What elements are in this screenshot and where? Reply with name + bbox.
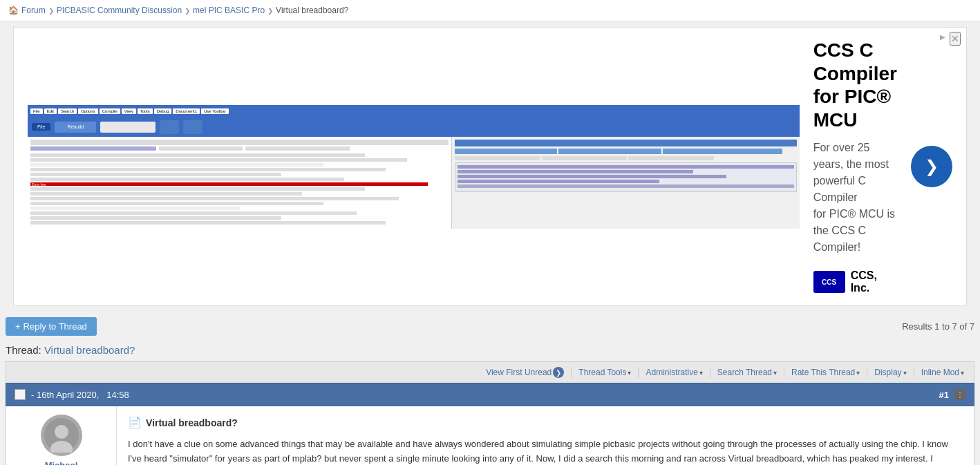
post-header-left: - 16th April 2020, 14:58 xyxy=(15,389,129,400)
ad-tag: ▶ xyxy=(940,33,945,41)
breadcrumb-melpro[interactable]: mel PIC BASIC Pro xyxy=(193,6,265,15)
thread-tools-arrow: ▾ xyxy=(628,369,631,377)
display-button[interactable]: Display ▾ xyxy=(870,366,910,379)
rate-this-thread-button[interactable]: Rate This Thread ▾ xyxy=(787,366,864,379)
administrative-button[interactable]: Administrative ▾ xyxy=(641,366,706,379)
breadcrumb-sep-2: ❯ xyxy=(185,7,190,15)
rate-this-thread-arrow: ▾ xyxy=(856,369,860,377)
rate-this-thread-label: Rate This Thread xyxy=(791,368,855,377)
thread-prefix: Thread: xyxy=(6,344,41,356)
ad-title: CCS C Compiler for PIC® MCU xyxy=(813,39,897,131)
ad-image: FileEditSearchOptionsCompileViewToolsDeb… xyxy=(28,105,800,229)
post-content: 📄 Virtual breadboard? I don't have a clu… xyxy=(117,406,974,465)
post-time-value: 14:58 xyxy=(106,390,129,400)
inline-mod-label: Inline Mod xyxy=(921,368,959,377)
post-date-dash: - xyxy=(31,390,34,400)
breadcrumb-sep-1: ❯ xyxy=(48,7,54,15)
reply-label: Reply to Thread xyxy=(23,321,87,332)
toolbar-separator-3 xyxy=(710,367,710,378)
main-content: + Reply to Thread Results 1 to 7 of 7 Th… xyxy=(0,312,980,465)
display-label: Display xyxy=(874,368,901,377)
post-number: #1 xyxy=(939,390,949,400)
post-checkbox-icon[interactable] xyxy=(15,389,26,400)
post-author-name[interactable]: Michael xyxy=(45,460,78,465)
avatar xyxy=(41,415,82,456)
ad-description: For over 25 years, the most powerful C C… xyxy=(813,140,897,256)
results-count: Results 1 to 7 of 7 xyxy=(902,321,974,332)
search-thread-label: Search Thread xyxy=(717,368,772,377)
toolbar-separator-5 xyxy=(867,367,867,378)
post-paragraph-1: I don't have a clue on some advanced thi… xyxy=(128,437,963,465)
breadcrumb: 🏠 Forum ❯ PICBASIC Community Discussion … xyxy=(0,0,980,21)
svg-point-1 xyxy=(55,425,68,439)
view-first-unread-button[interactable]: View First Unread ❯ xyxy=(482,365,568,380)
administrative-label: Administrative xyxy=(646,368,697,377)
thread-title-link[interactable]: Virtual breadboard? xyxy=(44,344,135,356)
inline-mod-button[interactable]: Inline Mod ▾ xyxy=(917,366,968,379)
reply-to-thread-button[interactable]: + Reply to Thread xyxy=(6,317,97,336)
ad-banner: ▶ ✕ FileEditSearchOptionsCompileViewTool… xyxy=(13,27,967,306)
thread-tools-button[interactable]: Thread Tools ▾ xyxy=(574,366,635,379)
search-thread-arrow: ▾ xyxy=(773,369,777,377)
toolbar-separator-2 xyxy=(638,367,639,378)
post-header: - 16th April 2020, 14:58 #1 ⋮ xyxy=(6,383,974,406)
breadcrumb-current: Virtual breadboard? xyxy=(276,6,348,15)
post-body-text: I don't have a clue on some advanced thi… xyxy=(128,437,963,465)
inline-mod-arrow: ▾ xyxy=(961,369,964,377)
toolbar-bar: View First Unread ❯ Thread Tools ▾ Admin… xyxy=(6,361,974,383)
ad-text-area: CCS C Compiler for PIC® MCU For over 25 … xyxy=(813,39,897,294)
toolbar-separator-1 xyxy=(571,367,572,378)
post-subject-icon: 📄 xyxy=(128,416,142,429)
post-subject: 📄 Virtual breadboard? xyxy=(128,416,963,429)
administrative-arrow: ▾ xyxy=(699,369,703,377)
thread-actions: + Reply to Thread Results 1 to 7 of 7 xyxy=(6,312,974,341)
ad-arrow-button[interactable]: ❯ xyxy=(911,146,952,187)
post-header-right: #1 ⋮ xyxy=(939,389,965,400)
ad-company-name: CCS, Inc. xyxy=(851,269,897,294)
ad-logo: CCS xyxy=(813,271,845,293)
breadcrumb-picbasic[interactable]: PICBASIC Community Discussion xyxy=(57,6,182,15)
toolbar-separator-6 xyxy=(914,367,914,378)
ad-logo-area: CCS CCS, Inc. xyxy=(813,269,897,294)
toolbar-separator-4 xyxy=(784,367,784,378)
post-body: Michael Member Join Date: Jan 2006 Posts… xyxy=(6,406,974,465)
post-date-value: 16th April 2020, xyxy=(37,390,99,400)
post-sidebar: Michael Member Join Date: Jan 2006 Posts… xyxy=(6,406,117,465)
ad-close-button[interactable]: ✕ xyxy=(950,32,961,46)
breadcrumb-forum[interactable]: Forum xyxy=(21,6,46,15)
post-action-icon[interactable]: ⋮ xyxy=(954,389,965,400)
post-subject-text: Virtual breadboard? xyxy=(146,417,238,428)
display-arrow: ▾ xyxy=(903,369,907,377)
home-icon: 🏠 xyxy=(8,6,19,15)
reply-plus-icon: + xyxy=(15,321,21,332)
post-date: - 16th April 2020, 14:58 xyxy=(31,390,129,400)
search-thread-button[interactable]: Search Thread ▾ xyxy=(713,366,781,379)
thread-tools-label: Thread Tools xyxy=(578,368,626,377)
breadcrumb-sep-3: ❯ xyxy=(267,7,273,15)
view-first-unread-label: View First Unread xyxy=(486,368,552,377)
first-unread-icon: ❯ xyxy=(553,367,564,378)
thread-title-row: Thread: Virtual breadboard? xyxy=(6,341,974,361)
